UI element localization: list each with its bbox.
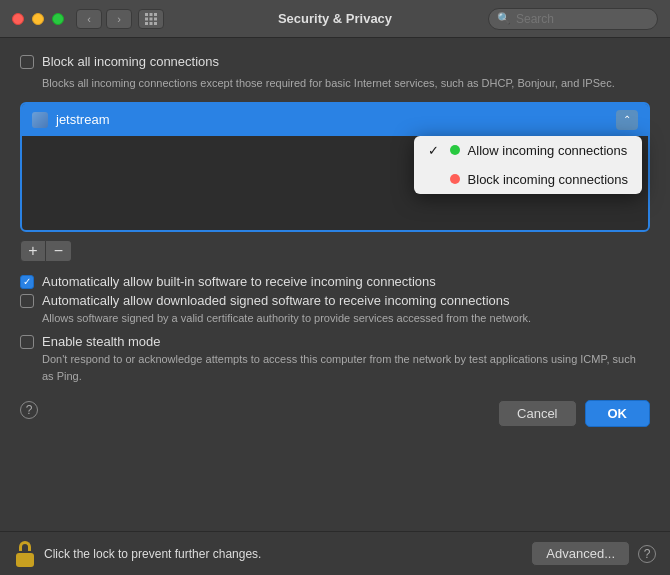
option-signed-row: Automatically allow downloaded signed so… <box>20 293 650 327</box>
allow-label: Allow incoming connections <box>468 143 628 158</box>
action-buttons: Cancel OK <box>498 400 650 427</box>
bottom-bar: Click the lock to prevent further change… <box>0 531 670 575</box>
svg-rect-3 <box>145 17 148 20</box>
signed-checkbox[interactable] <box>20 294 34 308</box>
app-name: jetstream <box>56 112 616 127</box>
grid-button[interactable] <box>138 9 164 29</box>
back-button[interactable]: ‹ <box>76 9 102 29</box>
minimize-button[interactable] <box>32 13 44 25</box>
red-dot-icon <box>450 174 460 184</box>
svg-rect-7 <box>150 22 153 25</box>
search-input[interactable] <box>516 12 649 26</box>
lock-icon <box>14 541 36 567</box>
advanced-button[interactable]: Advanced... <box>531 541 630 566</box>
checkmark-icon: ✓ <box>428 143 442 158</box>
stealth-checkbox[interactable] <box>20 335 34 349</box>
forward-button[interactable]: › <box>106 9 132 29</box>
option-stealth-row: Enable stealth mode Don't respond to or … <box>20 334 650 384</box>
ok-button[interactable]: OK <box>585 400 651 427</box>
lock-area[interactable]: Click the lock to prevent further change… <box>14 541 531 567</box>
help-icon-bottom[interactable]: ? <box>638 545 656 563</box>
stealth-label: Enable stealth mode <box>42 334 161 349</box>
block-all-label: Block all incoming connections <box>42 54 219 69</box>
add-button[interactable]: + <box>20 240 46 262</box>
signed-description: Allows software signed by a valid certif… <box>42 310 650 327</box>
empty-checkmark <box>428 172 442 187</box>
app-list-header[interactable]: jetstream ⌃ <box>22 104 648 136</box>
option-stealth-main: Enable stealth mode <box>20 334 650 349</box>
svg-rect-5 <box>154 17 157 20</box>
maximize-button[interactable] <box>52 13 64 25</box>
help-button[interactable]: ? <box>20 401 38 419</box>
app-list-container: jetstream ⌃ ✓ Allow incoming connections… <box>20 102 650 232</box>
action-row: ? Cancel OK <box>20 392 650 427</box>
remove-button[interactable]: − <box>46 240 72 262</box>
lock-body <box>16 553 34 567</box>
bottom-right: Advanced... ? <box>531 541 656 566</box>
option-builtin-main: Automatically allow built-in software to… <box>20 274 650 289</box>
titlebar: ‹ › Security & Privacy 🔍 <box>0 0 670 38</box>
svg-rect-1 <box>150 13 153 16</box>
lock-shackle <box>19 541 31 551</box>
window-title: Security & Privacy <box>278 11 392 26</box>
option-builtin-row: Automatically allow built-in software to… <box>20 274 650 289</box>
block-all-checkbox[interactable] <box>20 55 34 69</box>
block-connections-option[interactable]: Block incoming connections <box>414 165 642 194</box>
green-dot-icon <box>450 145 460 155</box>
lock-text: Click the lock to prevent further change… <box>44 547 261 561</box>
builtin-checkbox[interactable] <box>20 275 34 289</box>
svg-rect-8 <box>154 22 157 25</box>
search-icon: 🔍 <box>497 12 511 25</box>
dropdown-menu: ✓ Allow incoming connections Block incom… <box>414 136 642 194</box>
svg-rect-6 <box>145 22 148 25</box>
block-label-option: Block incoming connections <box>468 172 628 187</box>
traffic-lights <box>12 13 64 25</box>
svg-rect-2 <box>154 13 157 16</box>
nav-buttons: ‹ › <box>76 9 132 29</box>
block-all-description: Blocks all incoming connections except t… <box>42 75 650 92</box>
block-all-row: Block all incoming connections <box>20 54 650 69</box>
option-signed-main: Automatically allow downloaded signed so… <box>20 293 650 308</box>
add-remove-buttons: + − <box>20 240 650 262</box>
svg-rect-4 <box>150 17 153 20</box>
stealth-description: Don't respond to or acknowledge attempts… <box>42 351 650 384</box>
close-button[interactable] <box>12 13 24 25</box>
app-icon <box>32 112 48 128</box>
allow-connections-option[interactable]: ✓ Allow incoming connections <box>414 136 642 165</box>
svg-rect-0 <box>145 13 148 16</box>
content-area: Block all incoming connections Blocks al… <box>0 38 670 531</box>
builtin-label: Automatically allow built-in software to… <box>42 274 436 289</box>
search-bar[interactable]: 🔍 <box>488 8 658 30</box>
signed-label: Automatically allow downloaded signed so… <box>42 293 510 308</box>
dropdown-arrow-button[interactable]: ⌃ <box>616 110 638 130</box>
cancel-button[interactable]: Cancel <box>498 400 576 427</box>
